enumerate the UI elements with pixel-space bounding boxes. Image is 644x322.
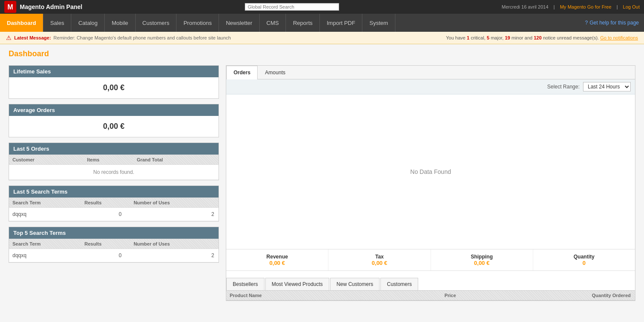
quantity-value: 0 bbox=[540, 260, 628, 266]
lifetime-sales-header: Lifetime Sales bbox=[9, 66, 219, 77]
select-range-label: Select Range: bbox=[547, 84, 580, 90]
tab-customers[interactable]: Customers bbox=[380, 278, 418, 290]
bottom-table: Product Name Price Quantity Ordered bbox=[226, 291, 635, 301]
shipping-value: 0,00 € bbox=[438, 260, 526, 266]
nav-item-promotions[interactable]: Promotions bbox=[176, 14, 219, 32]
uses2-value: 2 bbox=[130, 249, 219, 262]
col-qty-ordered: Quantity Ordered bbox=[473, 291, 635, 301]
col-price: Price bbox=[361, 291, 473, 301]
average-orders-header: Average Orders bbox=[9, 104, 219, 116]
logo: M Magento Admin Panel bbox=[4, 1, 82, 13]
bottom-tabs-section: Bestsellers Most Viewed Products New Cus… bbox=[226, 271, 635, 301]
nav-item-reports[interactable]: Reports bbox=[286, 14, 320, 32]
last5orders-table: Customer Items Grand Total No records fo… bbox=[9, 155, 219, 180]
table-row: dqqxq 0 2 bbox=[9, 208, 219, 221]
page-title: Dashboard bbox=[0, 44, 644, 61]
tab-bestsellers[interactable]: Bestsellers bbox=[226, 278, 264, 290]
tab-most-viewed[interactable]: Most Viewed Products bbox=[265, 278, 329, 290]
stat-quantity: Quantity 0 bbox=[533, 249, 635, 270]
main-nav: Dashboard Sales Catalog Mobile Customers… bbox=[0, 14, 644, 32]
tab-amounts[interactable]: Amounts bbox=[258, 66, 292, 79]
top5search-table: Search Term Results Number of Uses dqqxq… bbox=[9, 239, 219, 262]
average-orders-widget: Average Orders 0,00 € bbox=[9, 104, 219, 137]
range-select[interactable]: Last 24 Hours Last 7 Days Current Month … bbox=[583, 82, 631, 91]
chart-area: No Data Found bbox=[226, 94, 635, 249]
last5search-table: Search Term Results Number of Uses dqqxq… bbox=[9, 197, 219, 221]
no-data-text: No Data Found bbox=[410, 168, 451, 175]
alert-label: Latest Message: bbox=[14, 35, 51, 40]
results2-value: 0 bbox=[81, 249, 130, 262]
right-column: Orders Amounts Select Range: Last 24 Hou… bbox=[226, 65, 635, 301]
nav-item-importpdf[interactable]: Import PDF bbox=[320, 14, 362, 32]
minor-count: 19 bbox=[505, 35, 510, 40]
critical-count: 1 bbox=[467, 35, 469, 40]
lifetime-sales-value: 0,00 € bbox=[9, 77, 219, 98]
magento-logo-icon: M bbox=[4, 1, 16, 13]
nav-item-catalog[interactable]: Catalog bbox=[71, 14, 105, 32]
bottom-tab-bar: Bestsellers Most Viewed Products New Cus… bbox=[226, 278, 635, 291]
col-customer: Customer bbox=[9, 155, 84, 165]
average-orders-value: 0,00 € bbox=[9, 116, 219, 137]
top5search-widget: Top 5 Search Terms Search Term Results N… bbox=[9, 227, 219, 263]
results-value: 0 bbox=[81, 208, 130, 221]
nav-item-cms[interactable]: CMS bbox=[260, 14, 286, 32]
stats-row: Revenue 0,00 € Tax 0,00 € Shipping 0,00 … bbox=[226, 249, 635, 271]
revenue-value: 0,00 € bbox=[233, 260, 321, 266]
last5orders-header: Last 5 Orders bbox=[9, 143, 219, 155]
tax-value: 0,00 € bbox=[335, 260, 423, 266]
nav-item-newsletter[interactable]: Newsletter bbox=[219, 14, 259, 32]
col-results: Results bbox=[81, 198, 130, 208]
top-bar: M Magento Admin Panel Mercredi 16 avril … bbox=[0, 0, 644, 14]
tab-orders[interactable]: Orders bbox=[226, 66, 258, 79]
main-content: Lifetime Sales 0,00 € Average Orders 0,0… bbox=[0, 61, 644, 305]
top-bar-right: Mercredi 16 avril 2014 | My Magento Go f… bbox=[501, 4, 640, 9]
col-items: Items bbox=[84, 155, 134, 165]
top5search-header: Top 5 Search Terms bbox=[9, 227, 219, 239]
alert-message: Reminder: Change Magento's default phone… bbox=[54, 35, 231, 40]
shipping-label: Shipping bbox=[438, 254, 526, 260]
major-count: 5 bbox=[487, 35, 489, 40]
right-panel: Orders Amounts Select Range: Last 24 Hou… bbox=[226, 65, 635, 301]
svg-text:M: M bbox=[7, 3, 13, 11]
global-search-input[interactable] bbox=[245, 3, 339, 11]
col-uses2: Number of Uses bbox=[130, 239, 219, 249]
chart-toolbar: Select Range: Last 24 Hours Last 7 Days … bbox=[226, 79, 635, 94]
alert-left: ⚠ Latest Message: Reminder: Change Magen… bbox=[6, 34, 231, 41]
tab-new-customers[interactable]: New Customers bbox=[330, 278, 380, 290]
last5search-widget: Last 5 Search Terms Search Term Results … bbox=[9, 185, 219, 222]
search-term-value: dqqxq bbox=[9, 208, 81, 221]
chart-tab-bar: Orders Amounts bbox=[226, 66, 635, 79]
goto-notifications-link[interactable]: Go to notifications bbox=[600, 35, 638, 40]
left-column: Lifetime Sales 0,00 € Average Orders 0,0… bbox=[9, 65, 219, 301]
nav-item-dashboard[interactable]: Dashboard bbox=[0, 14, 43, 32]
col-grand-total: Grand Total bbox=[133, 155, 219, 165]
nav-item-mobile[interactable]: Mobile bbox=[105, 14, 135, 32]
quantity-label: Quantity bbox=[540, 254, 628, 260]
col-results2: Results bbox=[81, 239, 130, 249]
no-records-message: No records found. bbox=[9, 165, 219, 180]
logo-text: Magento Admin Panel bbox=[20, 3, 82, 10]
logout-link[interactable]: Log Out bbox=[623, 4, 640, 9]
col-search-term: Search Term bbox=[9, 198, 81, 208]
col-search-term2: Search Term bbox=[9, 239, 81, 249]
stat-tax: Tax 0,00 € bbox=[328, 249, 431, 270]
nav-help: ? Get help for this page bbox=[585, 20, 644, 26]
lifetime-sales-widget: Lifetime Sales 0,00 € bbox=[9, 65, 219, 99]
table-row: dqqxq 0 2 bbox=[9, 249, 219, 262]
stat-revenue: Revenue 0,00 € bbox=[226, 249, 328, 270]
alert-bar: ⚠ Latest Message: Reminder: Change Magen… bbox=[0, 32, 644, 44]
alert-icon: ⚠ bbox=[6, 34, 12, 41]
tax-label: Tax bbox=[335, 254, 423, 260]
nav-item-sales[interactable]: Sales bbox=[43, 14, 72, 32]
help-link[interactable]: Get help for this page bbox=[589, 20, 639, 26]
revenue-label: Revenue bbox=[233, 254, 321, 260]
nav-item-system[interactable]: System bbox=[362, 14, 395, 32]
nav-item-customers[interactable]: Customers bbox=[136, 14, 177, 32]
stat-shipping: Shipping 0,00 € bbox=[431, 249, 533, 270]
notice-count: 120 bbox=[534, 35, 541, 40]
my-magento-link[interactable]: My Magento Go for Free bbox=[560, 4, 611, 9]
last5orders-widget: Last 5 Orders Customer Items Grand Total… bbox=[9, 143, 219, 180]
search-term2-value: dqqxq bbox=[9, 249, 81, 262]
last5search-header: Last 5 Search Terms bbox=[9, 186, 219, 197]
uses-value: 2 bbox=[130, 208, 219, 221]
